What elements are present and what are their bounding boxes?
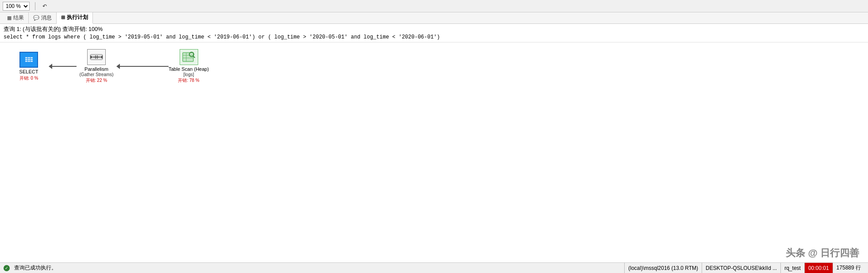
table-scan-label: Table Scan (Heap): [169, 66, 209, 72]
query-info: 查询 1: (与该批有关的) 查询开销: 100%: [4, 26, 864, 33]
zoom-control[interactable]: 100 % 25 % 50 % 75 % 125 % 150 % 200 %: [3, 2, 30, 11]
query-area: 查询 1: (与该批有关的) 查询开销: 100% select * from …: [0, 24, 868, 42]
select-grid: [25, 57, 33, 62]
plan-node-parallelism[interactable]: Parallelism (Gather Streams) 开销: 22 %: [77, 49, 116, 84]
table-scan-sublabel: [logs]: [184, 72, 194, 77]
plan-node-table-scan[interactable]: Table Scan (Heap) [logs] 开销: 78 %: [169, 49, 209, 84]
status-connection: (local)\mssql2016 (13.0 RTM): [624, 263, 702, 273]
statusbar-left: ✓ 查询已成功执行。: [4, 264, 624, 272]
main-toolbar: 100 % 25 % 50 % 75 % 125 % 150 % 200 % ↶: [0, 0, 868, 12]
table-scan-svg: [182, 51, 196, 63]
query-sql: select * from logs where ( log_time > '2…: [4, 34, 864, 40]
arrow-left-1: [49, 64, 52, 69]
line-2: [120, 66, 169, 67]
plan-container: SELECT 开销: 0 % Parallelism (G: [9, 49, 859, 84]
table-scan-cost: 开销: 78 %: [178, 77, 199, 84]
parallelism-icon: [87, 49, 106, 65]
line-1: [52, 66, 77, 67]
tab-plan-label: 执行计划: [67, 14, 88, 21]
status-user: DESKTOP-QSLOUSE\kkIId ...: [702, 263, 780, 273]
status-ok-icon: ✓: [4, 265, 10, 271]
tab-messages-label: 消息: [41, 14, 52, 22]
parallelism-label: Parallelism: [84, 66, 108, 72]
svg-rect-6: [183, 53, 193, 62]
plan-icon: ⊞: [61, 15, 65, 20]
tab-results-label: 结果: [13, 14, 24, 22]
status-database: rq_test: [780, 263, 804, 273]
status-text: 查询已成功执行。: [14, 264, 57, 272]
plan-node-select[interactable]: SELECT 开销: 0 %: [9, 52, 49, 81]
status-bar: ✓ 查询已成功执行。 (local)\mssql2016 (13.0 RTM) …: [0, 262, 868, 273]
select-label: SELECT: [19, 69, 38, 75]
statusbar-right: (local)\mssql2016 (13.0 RTM) DESKTOP-QSL…: [624, 263, 864, 273]
connector-2: [116, 64, 169, 69]
zoom-select[interactable]: 100 % 25 % 50 % 75 % 125 % 150 % 200 %: [3, 2, 30, 11]
undo-icon: ↶: [42, 3, 47, 9]
tab-bar: ▦ 结果 💬 消息 ⊞ 执行计划: [0, 12, 868, 24]
tab-execution-plan[interactable]: ⊞ 执行计划: [57, 12, 93, 24]
connector-1: [49, 64, 77, 69]
status-time: 00:00:01: [804, 263, 833, 273]
status-rows: 175889 行: [833, 263, 864, 273]
parallelism-svg: [89, 51, 104, 63]
table-scan-icon: [180, 49, 198, 65]
results-icon: ▦: [7, 15, 12, 21]
arrow-left-2: [116, 64, 120, 69]
tab-results[interactable]: ▦ 结果: [3, 12, 29, 24]
select-cost: 开销: 0 %: [19, 75, 38, 81]
toolbar-separator: [35, 2, 35, 10]
undo-button[interactable]: ↶: [41, 2, 49, 10]
messages-icon: 💬: [33, 15, 39, 21]
parallelism-cost: 开销: 22 %: [86, 77, 107, 84]
tab-messages[interactable]: 💬 消息: [29, 12, 57, 24]
select-icon: [19, 52, 38, 68]
parallelism-sublabel: (Gather Streams): [79, 72, 113, 77]
execution-plan-area: SELECT 开销: 0 % Parallelism (G: [0, 42, 868, 260]
